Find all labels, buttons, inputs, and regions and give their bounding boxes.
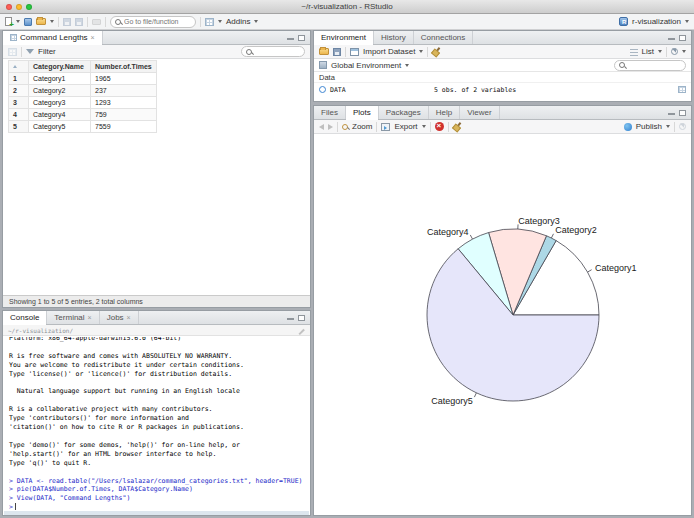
minimize-pane-icon[interactable] (287, 318, 294, 320)
maximize-pane-icon[interactable] (679, 35, 686, 41)
toolbar-separator (674, 122, 675, 132)
row-number-header[interactable] (9, 61, 29, 73)
column-header-category-name[interactable]: Category.Name (29, 61, 91, 73)
list-dropdown-icon[interactable] (658, 50, 662, 53)
tab-environment[interactable]: Environment (314, 31, 374, 44)
text-cursor (15, 503, 16, 510)
close-tab-icon[interactable] (88, 314, 92, 321)
goto-file-input[interactable] (124, 18, 191, 25)
open-file-dropdown-icon[interactable] (50, 20, 54, 23)
next-plot-icon[interactable] (328, 124, 333, 130)
toolbar-separator (200, 17, 201, 27)
data-frame-icon (319, 86, 326, 93)
scope-dropdown-icon[interactable] (405, 64, 409, 67)
maximize-pane-icon[interactable] (298, 315, 305, 321)
project-icon (619, 17, 628, 26)
addins-dropdown-icon[interactable] (254, 20, 258, 23)
zoom-window-icon[interactable] (26, 4, 32, 10)
minimize-pane-icon[interactable] (668, 38, 675, 40)
minimize-pane-icon[interactable] (668, 113, 675, 115)
tab-packages[interactable]: Packages (379, 106, 429, 119)
panes-dropdown-icon[interactable] (218, 20, 222, 23)
tab-jobs[interactable]: Jobs (100, 311, 139, 324)
tab-console[interactable]: Console (3, 311, 47, 324)
filter-icon (26, 49, 34, 54)
print-icon[interactable] (92, 19, 101, 25)
import-dropdown-icon[interactable] (419, 50, 423, 53)
tab-files[interactable]: Files (314, 106, 346, 119)
table-row[interactable]: 5Category57559 (9, 121, 157, 133)
refresh-plot-icon[interactable] (679, 123, 686, 130)
table-row[interactable]: 4Category4759 (9, 109, 157, 121)
table-row[interactable]: 2Category2237 (9, 85, 157, 97)
view-table-icon[interactable] (678, 86, 686, 93)
addins-button[interactable]: Addins (226, 17, 250, 26)
close-tab-icon[interactable] (91, 34, 95, 41)
plots-toolbar: Zoom Export Publish (314, 120, 691, 134)
save-icon[interactable] (63, 18, 71, 26)
table-row[interactable]: 1Category11965 (9, 73, 157, 85)
workspace-panes-icon[interactable] (205, 18, 214, 26)
tab-terminal[interactable]: Terminal (47, 311, 99, 324)
plot-area: Category1Category2Category3Category4Cate… (314, 135, 691, 515)
open-file-icon[interactable] (36, 18, 46, 25)
export-dropdown-icon[interactable] (422, 125, 426, 128)
publish-dropdown-icon[interactable] (666, 125, 670, 128)
close-tab-icon[interactable] (127, 314, 131, 321)
data-table: Category.Name Number.of.Times 1Category1… (8, 60, 157, 133)
column-header-number-of-times[interactable]: Number.of.Times (91, 61, 157, 73)
environment-object-row[interactable]: DATA5 obs. of 2 variables (314, 83, 691, 96)
environment-scope-bar: Global Environment (314, 59, 691, 72)
environment-search-input[interactable] (628, 62, 681, 69)
tab-command-lengths[interactable]: Command Lengths (3, 31, 103, 44)
publish-button[interactable]: Publish (636, 122, 662, 131)
edit-icon[interactable] (298, 329, 304, 335)
refresh-dropdown-icon[interactable] (682, 50, 686, 53)
clear-workspace-icon[interactable] (432, 47, 441, 56)
new-file-icon[interactable] (5, 17, 12, 26)
load-workspace-icon[interactable] (319, 48, 329, 55)
filter-button[interactable]: Filter (38, 47, 56, 56)
minimize-pane-icon[interactable] (287, 38, 294, 40)
remove-plot-icon[interactable] (435, 122, 444, 131)
tab-connections[interactable]: Connections (414, 31, 473, 44)
console-output[interactable]: Platform: x86_64-apple-darwin15.6.0 (64-… (3, 337, 310, 513)
minimize-window-icon[interactable] (16, 4, 22, 10)
project-menu-button[interactable]: r-visualization (632, 17, 681, 26)
console-input-line: > View(DATA, "Command Lengths") (9, 494, 304, 503)
maximize-pane-icon[interactable] (679, 110, 686, 116)
refresh-data-icon[interactable] (8, 48, 17, 56)
tab-viewer[interactable]: Viewer (460, 106, 499, 119)
tab-plots[interactable]: Plots (346, 106, 379, 119)
table-search-box[interactable] (241, 46, 305, 57)
list-view-button[interactable]: List (642, 47, 654, 56)
save-workspace-icon[interactable] (333, 48, 341, 56)
pie-label: Category5 (431, 396, 473, 406)
console-hscrollbar[interactable] (4, 511, 309, 515)
close-window-icon[interactable] (6, 4, 12, 10)
project-dropdown-icon[interactable] (685, 20, 689, 23)
console-output-line: 'help.start()' for an HTML browser inter… (9, 450, 304, 459)
tab-help[interactable]: Help (429, 106, 460, 119)
previous-plot-icon[interactable] (319, 124, 324, 130)
table-search-input[interactable] (255, 48, 300, 55)
console-output-line (9, 379, 304, 388)
new-file-dropdown-icon[interactable] (16, 20, 20, 23)
goto-file-search[interactable] (110, 16, 196, 28)
toolbar-separator (430, 122, 431, 132)
maximize-pane-icon[interactable] (298, 35, 305, 41)
table-status-text: Showing 1 to 5 of 5 entries, 2 total col… (3, 295, 310, 307)
new-project-icon[interactable] (24, 18, 32, 26)
environment-search-box[interactable] (614, 60, 686, 71)
table-row[interactable]: 3Category31293 (9, 97, 157, 109)
import-dataset-button[interactable]: Import Dataset (363, 47, 415, 56)
refresh-environment-icon[interactable] (671, 48, 678, 55)
scope-selector[interactable]: Global Environment (331, 61, 401, 70)
zoom-plot-button[interactable]: Zoom (352, 122, 372, 131)
search-icon (619, 62, 625, 68)
save-all-icon[interactable] (75, 18, 83, 26)
table-cell: 1 (9, 73, 29, 85)
export-plot-button[interactable]: Export (394, 122, 417, 131)
clear-all-plots-icon[interactable] (453, 122, 462, 131)
tab-history[interactable]: History (374, 31, 414, 44)
